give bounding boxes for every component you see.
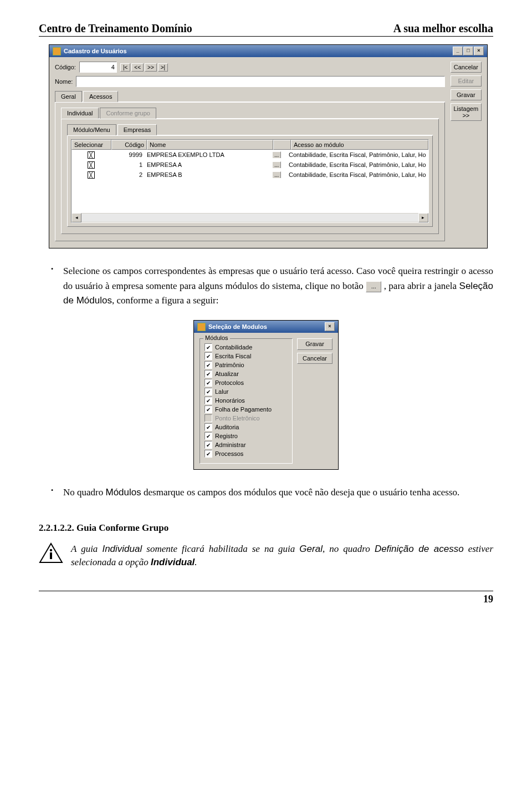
titlebar: Cadastro de Usuários _ □ × <box>49 45 487 57</box>
page-header: Centro de Treinamento Domínio A sua melh… <box>39 22 493 37</box>
col-acesso[interactable]: Acesso ao módulo <box>291 140 428 150</box>
empresas-table: Selecionar Código Nome Acesso ao módulo … <box>71 139 429 223</box>
nome-input[interactable] <box>76 76 444 87</box>
checkbox[interactable]: ✔ <box>204 450 212 458</box>
gravar-button[interactable]: Gravar <box>297 338 332 349</box>
modulos-legend: Módulos <box>203 334 230 341</box>
cell-acesso: Contabilidade, Escrita Fiscal, Patrimôni… <box>287 151 428 158</box>
tabs-level3: Módulo/Menu Empresas <box>67 124 433 135</box>
module-checkbox-row[interactable]: ✔Escrita Fiscal <box>204 352 288 360</box>
cadastro-usuarios-window: Cadastro de Usuários _ □ × Código: |< <<… <box>49 44 488 248</box>
footer-rule <box>39 591 493 591</box>
listagem-button[interactable]: Listagem >> <box>451 103 482 121</box>
app-icon <box>53 47 61 55</box>
module-label: Atualizar <box>215 371 239 377</box>
module-label: Ponto Eletrônico <box>215 415 260 422</box>
col-codigo[interactable]: Código <box>111 140 147 150</box>
checkbox[interactable]: ✔ <box>204 441 212 449</box>
col-selecionar[interactable]: Selecionar <box>71 140 111 150</box>
checkbox[interactable]: ✔ <box>204 361 212 369</box>
module-label: Lalur <box>215 388 228 395</box>
nav-prev-button[interactable]: << <box>131 63 144 72</box>
module-checkbox-row[interactable]: ✔Administrar <box>204 441 288 449</box>
module-label: Protocolos <box>215 379 244 386</box>
row-ellipsis-button[interactable]: ... <box>272 151 281 158</box>
cell-nome: EMPRESA EXEMPLO LTDA <box>145 151 270 158</box>
module-checkbox-row[interactable]: ✔Lalur <box>204 388 288 395</box>
module-checkbox-row[interactable]: ✔Atualizar <box>204 370 288 378</box>
svg-point-1 <box>50 549 52 551</box>
checkbox[interactable]: ✔ <box>204 405 212 413</box>
checkbox <box>204 414 212 422</box>
horizontal-scrollbar[interactable]: ◂ ▸ <box>71 213 428 222</box>
checkbox[interactable]: ✔ <box>204 370 212 378</box>
cell-codigo: 9999 <box>110 151 145 158</box>
tab-conforme-grupo[interactable]: Conforme grupo <box>100 108 156 119</box>
codigo-input[interactable] <box>79 62 117 73</box>
module-label: Registro <box>215 433 238 439</box>
modulos-fieldset: Módulos ✔Contabilidade✔Escrita Fiscal✔Pa… <box>200 338 293 464</box>
tab-geral[interactable]: Geral <box>55 91 82 102</box>
close-icon[interactable]: × <box>325 322 335 331</box>
cell-codigo: 2 <box>110 171 145 178</box>
window-title: Seleção de Modulos <box>208 323 267 330</box>
tab-modulo-menu[interactable]: Módulo/Menu <box>67 124 116 135</box>
tab-acessos[interactable]: Acessos <box>83 91 119 102</box>
checkbox[interactable]: ✔ <box>204 352 212 360</box>
module-checkbox-row[interactable]: ✔Patrimônio <box>204 361 288 369</box>
table-row[interactable]: ╳2EMPRESA B...Contabilidade, Escrita Fis… <box>71 170 428 180</box>
table-row[interactable]: ╳9999EMPRESA EXEMPLO LTDA...Contabilidad… <box>71 150 428 160</box>
nav-last-button[interactable]: >| <box>158 63 168 72</box>
codigo-label: Código: <box>55 64 76 70</box>
checkbox[interactable]: ✔ <box>204 397 212 404</box>
module-checkbox-row[interactable]: ✔Registro <box>204 432 288 440</box>
checkbox[interactable]: ✔ <box>204 388 212 395</box>
window-title: Cadastro de Usuários <box>64 48 127 54</box>
cell-nome: EMPRESA A <box>145 161 270 168</box>
row-ellipsis-button[interactable]: ... <box>272 171 281 178</box>
ellipsis-button-inline[interactable]: ... <box>366 281 381 292</box>
module-checkbox-row[interactable]: ✔Auditoria <box>204 423 288 431</box>
module-label: Processos <box>215 450 243 457</box>
module-checkbox-row[interactable]: ✔Honorários <box>204 397 288 404</box>
cell-acesso: Contabilidade, Escrita Fiscal, Patrimôni… <box>287 171 428 178</box>
scroll-right-icon[interactable]: ▸ <box>418 213 428 222</box>
module-label: Honorários <box>215 397 245 404</box>
cancelar-button[interactable]: Cancelar <box>451 62 482 73</box>
row-ellipsis-button[interactable]: ... <box>272 161 281 168</box>
minimize-icon[interactable]: _ <box>453 47 463 55</box>
module-checkbox-row[interactable]: ✔Folha de Pagamento <box>204 405 288 413</box>
module-checkbox-row[interactable]: ✔Contabilidade <box>204 343 288 351</box>
checkbox[interactable]: ✔ <box>204 343 212 351</box>
nome-label: Nome: <box>55 78 73 85</box>
tab-empresas[interactable]: Empresas <box>117 124 157 135</box>
module-label: Patrimônio <box>215 362 244 368</box>
tabs-level1: Geral Acessos <box>55 90 445 102</box>
nav-next-button[interactable]: >> <box>145 63 157 72</box>
tab-individual[interactable]: Individual <box>61 108 99 119</box>
table-row[interactable]: ╳1EMPRESA A...Contabilidade, Escrita Fis… <box>71 160 428 170</box>
checkbox[interactable]: ✔ <box>204 379 212 387</box>
scroll-left-icon[interactable]: ◂ <box>71 213 81 222</box>
nav-first-button[interactable]: |< <box>120 63 130 72</box>
close-icon[interactable]: × <box>474 47 484 55</box>
checkbox[interactable]: ✔ <box>204 423 212 431</box>
module-label: Contabilidade <box>215 344 252 351</box>
col-ellipsis <box>273 140 291 150</box>
checkbox[interactable]: ✔ <box>204 432 212 440</box>
svg-rect-2 <box>50 552 52 559</box>
page-number: 19 <box>39 593 493 605</box>
cancelar-button[interactable]: Cancelar <box>297 353 332 364</box>
module-label: Auditoria <box>215 424 239 430</box>
maximize-icon[interactable]: □ <box>463 47 473 55</box>
module-checkbox-row[interactable]: ✔Protocolos <box>204 379 288 387</box>
gravar-button[interactable]: Gravar <box>451 89 482 100</box>
col-nome[interactable]: Nome <box>147 140 273 150</box>
checkbox[interactable]: ╳ <box>88 161 95 169</box>
header-left: Centro de Treinamento Domínio <box>39 22 192 35</box>
editar-button[interactable]: Editar <box>451 75 482 87</box>
checkbox[interactable]: ╳ <box>88 171 95 179</box>
module-checkbox-row[interactable]: ✔Processos <box>204 450 288 458</box>
cell-acesso: Contabilidade, Escrita Fiscal, Patrimôni… <box>287 161 428 168</box>
checkbox[interactable]: ╳ <box>88 151 95 159</box>
